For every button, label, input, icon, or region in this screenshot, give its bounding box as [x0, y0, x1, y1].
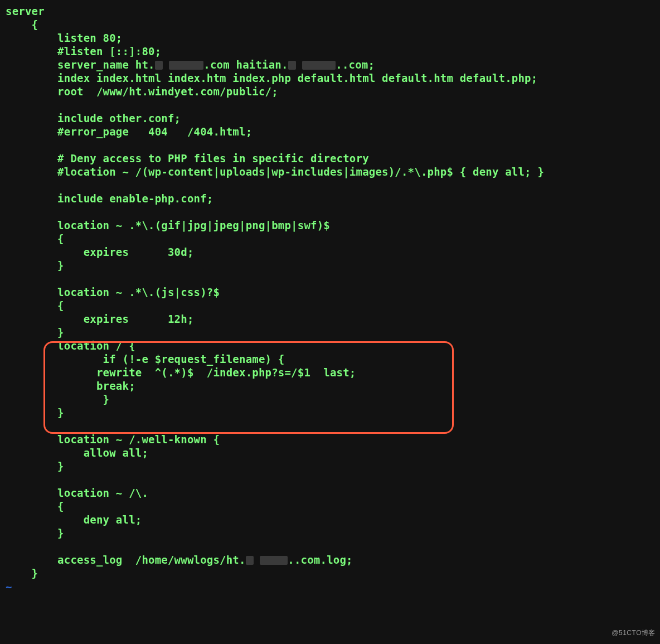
nginx-config-code: server { listen 80; #listen [::]:80; ser… [0, 0, 660, 593]
code-line: } [6, 460, 64, 472]
redacted-text [169, 61, 203, 70]
redacted-text [260, 556, 288, 565]
code-line: location / { [6, 340, 135, 352]
code-line: { [6, 233, 64, 245]
code-line: allow all; [6, 447, 148, 459]
code-line: } [6, 259, 64, 272]
code-line: include enable-php.conf; [6, 192, 213, 205]
redacted-text [246, 556, 254, 565]
code-line: include other.conf; [6, 112, 181, 124]
code-line: expires 30d; [6, 246, 194, 258]
code-line: access_log /home/wwwlogs/ht. ..com.log; [6, 554, 353, 566]
code-line: } [6, 567, 38, 579]
code-line: } [6, 527, 64, 539]
code-line: rewrite ^(.*)$ /index.php?s=/$1 last; [6, 366, 356, 379]
code-line: server [6, 5, 45, 17]
code-line: location ~ .*\.(gif|jpg|jpeg|png|bmp|swf… [6, 219, 330, 231]
code-line: break; [6, 380, 135, 392]
code-line: { [6, 299, 64, 312]
code-line: expires 12h; [6, 313, 194, 325]
code-line: #location ~ /(wp-content|uploads|wp-incl… [6, 166, 544, 178]
code-line: listen 80; [6, 32, 123, 44]
redacted-text [288, 61, 296, 70]
vim-tilde-line: ~ [6, 580, 12, 593]
redacted-text [155, 61, 163, 70]
code-line: #error_page 404 /404.html; [6, 125, 252, 138]
code-line: } [6, 406, 64, 419]
code-line: #listen [::]:80; [6, 45, 161, 57]
code-line: index index.html index.htm index.php def… [6, 72, 537, 84]
code-line: # Deny access to PHP files in specific d… [6, 152, 369, 164]
code-line: deny all; [6, 514, 142, 526]
code-line: root /www/ht.windyet.com/public/; [6, 85, 278, 98]
code-line: { [6, 18, 38, 31]
code-line: } [6, 393, 109, 405]
watermark-text: @51CTO博客 [612, 626, 656, 640]
code-line: if (!-e $request_filename) { [6, 353, 284, 365]
code-line: server_name ht. .com haitian. ..com; [6, 59, 375, 71]
code-line: location ~ .*\.(js|css)?$ [6, 286, 220, 298]
code-line: location ~ /.well-known { [6, 433, 220, 446]
code-line: location ~ /\. [6, 487, 148, 499]
redacted-text [302, 61, 336, 70]
code-line: } [6, 326, 64, 338]
code-line: { [6, 500, 64, 512]
